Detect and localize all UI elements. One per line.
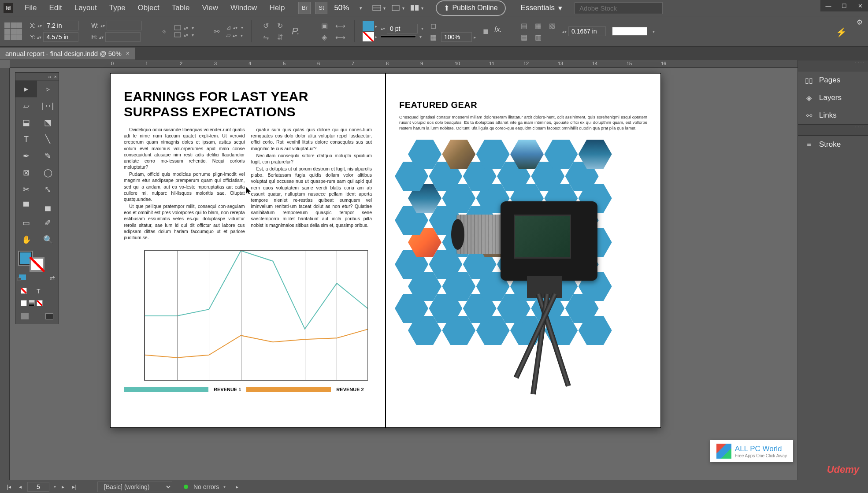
menu-object[interactable]: Object [133,2,165,14]
h-input[interactable] [105,32,141,42]
select-content-icon[interactable]: ◈ [318,32,330,42]
free-transform-tool[interactable]: ⤡ [37,181,59,198]
apply-gradient-icon[interactable] [29,300,35,306]
wrap-bbox-icon[interactable]: ▦ [532,20,545,31]
select-container-icon[interactable]: ▣ [318,20,330,31]
gear-icon[interactable]: ⚙ [857,18,863,26]
gradient-swatch-tool[interactable]: ▀ [15,198,37,215]
constrain-wh-icon[interactable]: ⟷ [334,20,346,31]
scissors-tool[interactable]: ✂ [15,181,37,198]
fill-swatch[interactable] [363,21,374,31]
workspace-switcher[interactable]: Essentials ▾ [521,4,562,13]
zoom-dropdown-icon[interactable]: ▾ [360,5,362,11]
close-panel-icon[interactable]: × [54,74,57,79]
rotate-cw-icon[interactable]: ↻ [274,20,286,31]
stroke-style-dropdown[interactable] [381,35,416,38]
eyedropper-tool[interactable]: ✐ [37,215,59,231]
menu-type[interactable]: Type [104,2,131,14]
constrain-wh2-icon[interactable]: ⟷ [334,32,346,42]
note-tool[interactable]: ▭ [15,215,37,231]
formatting-text-icon[interactable]: T [37,288,41,295]
arrange-dropdown[interactable]: ▾ [410,4,423,12]
horizontal-ruler[interactable]: 012345678910111213141516 [10,60,798,68]
fill-stroke-swatches[interactable] [18,251,56,270]
apply-none-icon[interactable] [21,288,27,294]
x-input[interactable] [44,21,79,30]
stroke-weight-input[interactable] [387,24,418,33]
adobe-stock-search[interactable] [575,2,663,14]
publish-online-button[interactable]: ⬆ Publish Online [436,0,505,16]
collapse-panel-icon[interactable]: ‹‹ [48,74,51,79]
page-number-input[interactable] [27,482,49,492]
screen-mode-dropdown[interactable]: ▾ [391,4,404,12]
constrain-icon[interactable]: ⟐ [158,26,171,37]
swap-colors-icon[interactable]: ⇄ [50,274,55,282]
align-left-icon[interactable]: ▤ [518,32,530,42]
preflight-profile-dropdown[interactable]: [Basic] (working) [97,482,172,492]
zoom-tool[interactable]: 🔍 [37,231,59,248]
close-tab-icon[interactable]: × [126,50,130,57]
reference-point-grid[interactable] [4,22,22,40]
corner-option-icon[interactable]: ◻ [427,20,439,31]
page-right[interactable]: FEATURED GEAR Onesqued ignatiasi conatur… [386,73,661,428]
stock-button[interactable]: St [315,2,327,14]
menu-layout[interactable]: Layout [69,2,102,14]
last-page-button[interactable]: ▸| [70,482,79,491]
bridge-button[interactable]: Br [298,2,311,14]
bolt-icon[interactable]: ⚡ [836,27,847,37]
line-tool[interactable]: ╲ [37,131,59,148]
page-left[interactable]: EARNINGS FOR LAST YEAR SURPASS EXPECTATI… [110,73,386,428]
wrap-shape-icon[interactable]: ▧ [546,20,559,31]
w-input[interactable] [107,21,142,30]
wrap-none-icon[interactable]: ▤ [518,20,530,31]
content-collector-tool[interactable]: ⬓ [15,114,37,131]
document-tab[interactable]: annual report - final design.indd @ 50% … [0,48,135,59]
page-dropdown-icon[interactable]: ▾ [54,484,56,489]
selection-tool[interactable]: ▸ [15,81,37,97]
maximize-button[interactable]: ☐ [836,0,852,11]
menu-edit[interactable]: Edit [44,2,67,14]
type-tool[interactable]: T [15,131,37,148]
preview-view-icon[interactable] [45,313,53,319]
align-right-icon[interactable]: ▥ [532,32,545,42]
p-icon[interactable]: P. [289,26,302,37]
menu-file[interactable]: File [19,2,42,14]
normal-view-icon[interactable] [21,313,29,319]
pages-panel-button[interactable]: ▯▯ Pages [798,71,868,89]
canvas[interactable]: 012345678910111213141516 ‹‹ × ▸ ▹ ▱ |↔| … [0,60,798,480]
gradient-feather-tool[interactable]: ▄ [37,198,59,215]
link-icon[interactable]: ⚯ [210,26,223,37]
ellipse-tool[interactable]: ◯ [37,164,59,181]
zoom-level[interactable]: 50% [334,4,349,12]
menu-window[interactable]: Window [225,2,262,14]
hand-tool[interactable]: ✋ [15,231,37,248]
menu-table[interactable]: Table [167,2,195,14]
flip-h-icon[interactable]: ⇋ [260,32,272,42]
direct-selection-tool[interactable]: ▹ [37,81,59,97]
links-panel-button[interactable]: ⚯ Links [798,107,868,124]
menu-help[interactable]: Help [264,2,290,14]
next-page-button[interactable]: ▸ [59,482,67,491]
preflight-menu-button[interactable]: ▸ [233,482,241,491]
inset-input[interactable] [568,26,606,36]
pen-tool[interactable]: ✒ [15,148,37,164]
page-tool[interactable]: ▱ [15,97,37,114]
close-button[interactable]: ✕ [852,0,868,11]
prev-page-button[interactable]: ◂ [16,482,25,491]
preflight-dropdown-icon[interactable]: ▾ [223,484,226,489]
menu-view[interactable]: View [197,2,223,14]
stroke-swatch[interactable] [363,32,374,41]
gap-tool[interactable]: |↔| [37,97,59,114]
content-placer-tool[interactable]: ⬔ [37,114,59,131]
rectangle-frame-tool[interactable]: ⊠ [15,164,37,181]
fx-button[interactable]: fx. [494,26,502,36]
layers-panel-button[interactable]: ◈ Layers [798,89,868,107]
opacity-input[interactable] [441,32,472,42]
flip-v-icon[interactable]: ⇵ [274,32,286,42]
pencil-tool[interactable]: ✎ [37,148,59,164]
first-page-button[interactable]: |◂ [4,482,13,491]
apply-none2-icon[interactable] [37,300,43,306]
stroke-panel-button[interactable]: ≡ Stroke [798,136,868,153]
color-preview[interactable] [612,27,647,36]
drop-shadow-icon[interactable]: ◼ [479,26,492,36]
